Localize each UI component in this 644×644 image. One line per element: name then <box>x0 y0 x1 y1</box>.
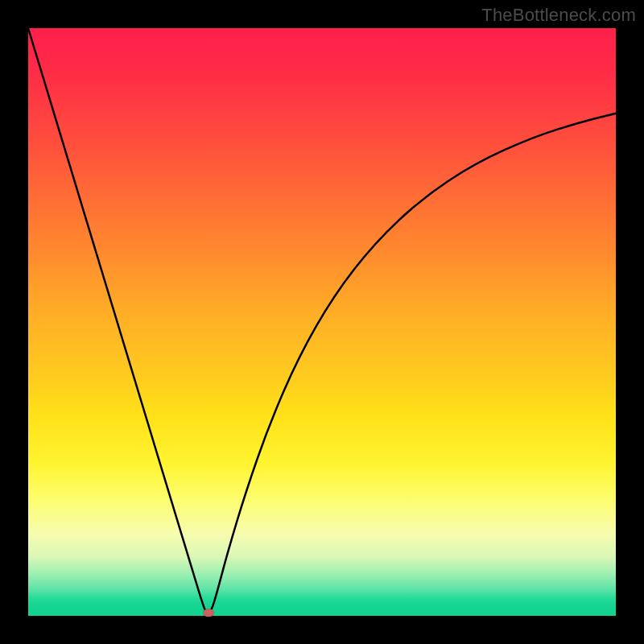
plot-area <box>28 28 616 616</box>
curve-svg <box>28 28 616 616</box>
chart-frame: TheBottleneck.com <box>0 0 644 644</box>
watermark-text: TheBottleneck.com <box>481 5 636 26</box>
optimum-marker <box>203 609 214 617</box>
bottleneck-curve <box>28 28 616 613</box>
